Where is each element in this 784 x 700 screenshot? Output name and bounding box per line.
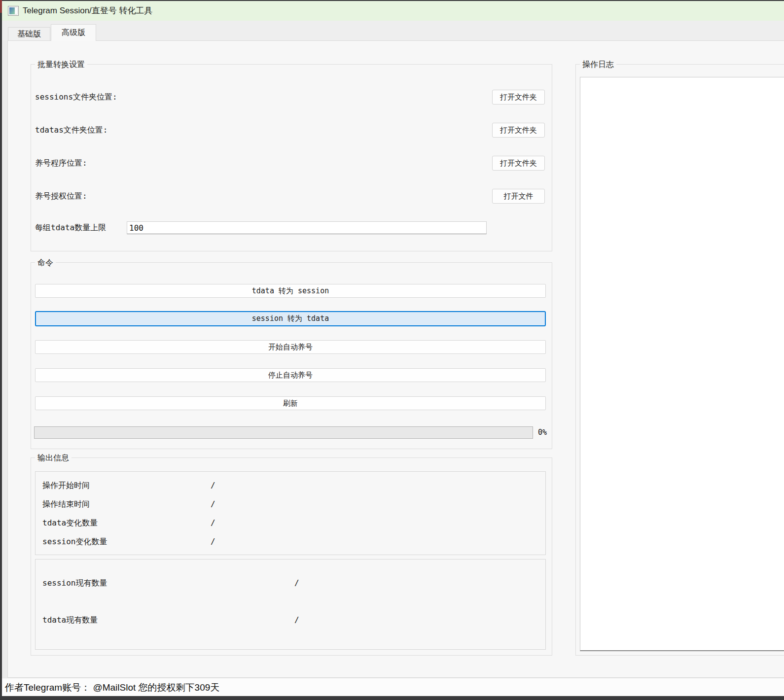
status-bar-text: 作者Telegram账号： @MailSlot 您的授权剩下309天 [5,678,219,697]
title-bar: Telegram Session/直登号 转化工具 [2,1,784,21]
op-start-time-label: 操作开始时间 [42,480,90,491]
op-end-time-value: / [211,499,215,510]
tdatas-folder-label: tdatas文件夹位置: [35,125,107,136]
sessions-folder-label: sessions文件夹位置: [35,92,117,103]
group-operation-log-label: 操作日志 [580,59,616,70]
op-start-time-value: / [211,480,215,491]
group-commands: 命令 tdata 转为 session session 转为 tdata 开始自… [31,262,552,449]
session-existing-count-value: / [294,578,299,589]
tdata-change-count-value: / [211,518,215,528]
group-operation-log: 操作日志 [575,64,784,656]
cmd-start-auto-nurture-button[interactable]: 开始自动养号 [35,340,546,354]
open-nurture-program-folder-button[interactable]: 打开文件夹 [492,156,545,171]
tdata-existing-count-label: tdata现有数量 [42,615,98,626]
group-batch-settings: 批量转换设置 sessions文件夹位置: 打开文件夹 tdatas文件夹位置:… [31,64,552,251]
session-change-count-value: / [211,536,215,547]
output-panel-bottom: session现有数量 / tdata现有数量 / [35,559,546,650]
progress-bar [34,426,533,439]
app-window: Telegram Session/直登号 转化工具 基础版 高级版 批量转换设置… [2,1,784,696]
window-title: Telegram Session/直登号 转化工具 [23,1,153,21]
nurture-auth-label: 养号授权位置: [35,191,87,202]
open-sessions-folder-button[interactable]: 打开文件夹 [492,90,545,105]
cmd-refresh-button[interactable]: 刷新 [35,396,546,410]
status-bar: 作者Telegram账号： @MailSlot 您的授权剩下309天 [2,678,784,696]
open-nurture-auth-file-button[interactable]: 打开文件 [492,189,545,204]
session-change-count-label: session变化数量 [42,536,107,547]
output-panel-top: 操作开始时间 / 操作结束时间 / tdata变化数量 / session变化数… [35,471,546,555]
cmd-tdata-to-session-button[interactable]: tdata 转为 session [35,284,546,298]
progress-percent-label: 0% [538,426,547,439]
nurture-program-label: 养号程序位置: [35,158,87,169]
session-existing-count-label: session现有数量 [42,578,107,589]
open-tdatas-folder-button[interactable]: 打开文件夹 [492,123,545,138]
operation-log-textarea[interactable] [580,77,784,651]
cmd-stop-auto-nurture-button[interactable]: 停止自动养号 [35,368,546,382]
group-commands-label: 命令 [35,257,56,268]
op-end-time-label: 操作结束时间 [42,499,90,510]
group-output-info-label: 输出信息 [35,453,71,463]
tdata-limit-input[interactable] [127,221,487,234]
tdata-existing-count-value: / [294,615,299,626]
tab-advanced-version[interactable]: 高级版 [51,24,96,41]
tab-bar [2,21,784,40]
cmd-session-to-tdata-button[interactable]: session 转为 tdata [35,311,546,326]
group-output-info: 输出信息 操作开始时间 / 操作结束时间 / tdata变化数量 / sessi… [31,457,552,656]
tdata-limit-label: 每组tdata数量上限 [35,222,106,233]
group-batch-settings-label: 批量转换设置 [35,59,87,70]
tdata-change-count-label: tdata变化数量 [42,518,98,528]
app-window-icon [8,6,19,16]
tab-basic-version[interactable]: 基础版 [8,27,50,40]
